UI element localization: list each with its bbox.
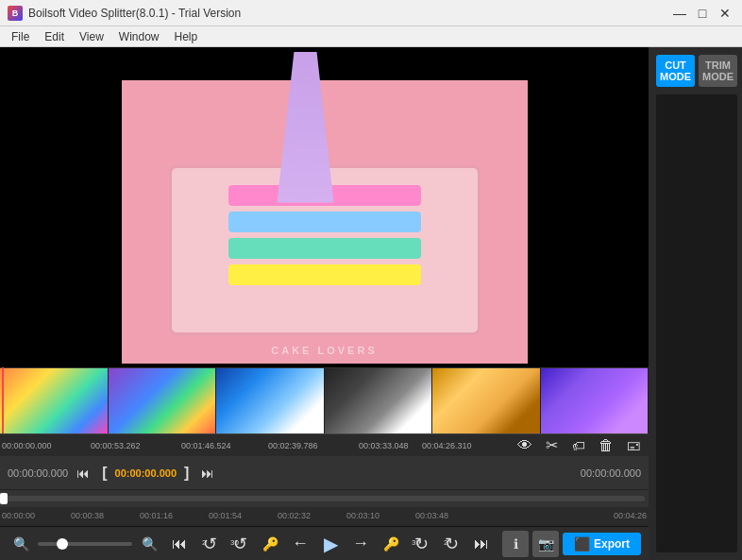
export-label: Export [594,537,630,551]
tc-4: 00:03:33.048 [359,441,409,450]
play-button[interactable]: ▶ [317,531,344,557]
timeline-thumb[interactable] [0,493,8,504]
timeline-bar[interactable] [0,490,649,507]
timecodes-container: 00:00:00.000 00:00:53.262 00:01:46.524 0… [0,434,460,456]
titlebar-left: B Boilsoft Video Splitter(8.0.1) - Trial… [8,6,241,21]
info-button[interactable]: ℹ [502,531,529,557]
go-start-button[interactable]: ⏮ [72,462,94,484]
forward-30s-button[interactable]: ↻30 [408,531,434,557]
scissors-icon-btn[interactable]: ✂ [540,433,564,459]
cake-stripe-1 [228,264,421,285]
window-title: Boilsoft Video Splitter(8.0.1) - Trial V… [28,7,241,20]
titlebar-controls: — □ ✕ [670,4,734,23]
menu-help[interactable]: Help [167,28,206,45]
thumbnail-area [0,367,649,433]
step-back-button[interactable]: ← [287,531,313,557]
rewind-2min-button[interactable]: ↺2 [196,531,223,557]
zoom-slider-container [38,542,132,546]
right-panel: CUT MODE TRIM MODE [649,47,742,560]
tick-0: 00:00:00 [2,511,35,520]
thumb-5[interactable] [432,368,541,433]
step-forward-button[interactable]: → [347,531,374,557]
snapshot-button[interactable]: 📷 [532,531,559,557]
cake-stripe-3 [228,212,421,232]
thumbnail-strip [0,367,649,433]
menu-file[interactable]: File [4,28,37,45]
video-watermark: CAKE LOVERS [271,345,377,356]
center-time: 00:00:00.000 [115,467,177,479]
tick-4: 00:02:32 [278,511,311,520]
menubar: File Edit View Window Help [0,26,742,47]
stamp-icon-btn[interactable]: 🖃 [621,433,645,459]
cake-cone [278,52,334,203]
key-left-button[interactable]: 🔑 [257,531,283,557]
thumb-2[interactable] [109,368,217,433]
forward-2min-button[interactable]: ↻2 [438,531,464,557]
cut-mode-button[interactable]: CUT MODE [656,55,695,87]
playback-controls: 🔍 🔍 ⏮ ↺2 ↺30 🔑 ← ▶ → 🔑 ↻30 [0,526,649,560]
thumb-3[interactable] [216,368,325,433]
maximize-button[interactable]: □ [693,4,712,23]
tick-1: 00:00:38 [71,511,104,520]
timeline-icons: 00:04:26.310 👁 ✂ 🏷 🗑 🖃 [460,434,649,456]
tick-3: 00:01:54 [209,511,242,520]
menu-edit[interactable]: Edit [37,28,72,45]
tc-5-label: 00:04:26.310 [422,441,472,450]
controls-bar: 00:00:00.000 ⏮ [ 00:00:00.000 ] ⏭ 00:00:… [0,456,649,490]
left-time: 00:00:00.000 [8,467,68,479]
minimize-button[interactable]: — [670,4,689,23]
thumb-4[interactable] [325,368,433,433]
zoom-out-button[interactable]: 🔍 [8,531,34,557]
tc-1: 00:00:53.262 [91,441,141,450]
trim-mode-button[interactable]: TRIM MODE [699,55,737,87]
main-content: CAKE LOVERS 00:00:00.000 00:00:53.262 00… [0,47,742,560]
thumb-1[interactable] [0,368,109,433]
titlebar: B Boilsoft Video Splitter(8.0.1) - Trial… [0,0,742,26]
tc-3: 00:02:39.786 [268,441,318,450]
tick-5: 00:03:10 [346,511,379,520]
menu-window[interactable]: Window [111,28,167,45]
timeline-cursor-strip [2,367,4,433]
video-preview: CAKE LOVERS [0,47,649,367]
timeline-track[interactable] [4,496,645,501]
thumb-6[interactable] [541,368,649,433]
zoom-in-button[interactable]: 🔍 [136,531,162,557]
go-end-button[interactable]: ⏭ [196,462,219,484]
bracket-right: ] [180,465,193,482]
tc-2: 00:01:46.524 [181,441,231,450]
tick-7: 00:04:26 [614,511,647,520]
cake-stripe-2 [228,238,421,259]
goto-end-button[interactable]: ⏭ [468,531,495,557]
mode-buttons: CUT MODE TRIM MODE [649,47,742,94]
export-button[interactable]: ⬛ Export [563,533,641,555]
timeline-ticks-row: 00:00:00 00:00:38 00:01:16 00:01:54 00:0… [0,507,649,526]
tag-icon-btn[interactable]: 🏷 [567,433,591,459]
tick-2: 00:01:16 [140,511,173,520]
left-panel: CAKE LOVERS 00:00:00.000 00:00:53.262 00… [0,47,649,560]
menu-view[interactable]: View [72,28,111,45]
trash-icon-btn[interactable]: 🗑 [595,433,618,459]
timecodes-row: 00:00:00.000 00:00:53.262 00:01:46.524 0… [0,433,649,456]
zoom-slider[interactable] [38,542,132,546]
bracket-left: [ [98,465,110,482]
close-button[interactable]: ✕ [716,4,734,23]
goto-start-button[interactable]: ⏮ [166,531,193,557]
eye-icon-btn[interactable]: 👁 [514,433,537,459]
rewind-30s-button[interactable]: ↺30 [227,531,253,557]
tc-0: 00:00:00.000 [2,441,52,450]
right-time: 00:00:00.000 [581,467,641,479]
key-right-button[interactable]: 🔑 [378,531,404,557]
right-preview-area [656,94,737,552]
app-icon: B [8,6,23,21]
tick-6: 00:03:48 [415,511,448,520]
export-icon: ⬛ [574,536,590,552]
cake-video-canvas: CAKE LOVERS [122,52,528,364]
zoom-slider-thumb[interactable] [57,538,68,550]
